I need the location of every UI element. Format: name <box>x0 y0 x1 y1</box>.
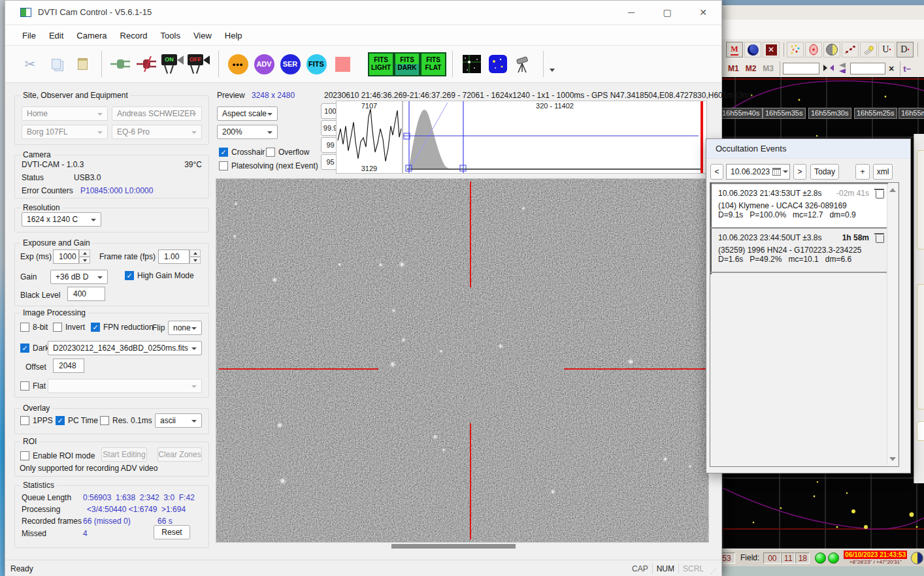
crosshair-checkbox[interactable]: Crosshair <box>219 148 265 157</box>
mount-select[interactable]: EQ-6 Pro <box>112 125 202 139</box>
clear-zones-button[interactable]: Clear Zones <box>157 447 202 462</box>
maximize-button[interactable]: ▢ <box>652 1 682 24</box>
disconnect-button[interactable] <box>134 50 160 78</box>
overflow-checkbox[interactable]: Overflow <box>266 148 309 157</box>
record-fits-button[interactable]: FITS <box>303 50 329 78</box>
close-button[interactable]: ✕ <box>688 1 718 24</box>
platesolving-checkbox[interactable]: Platesolving (next Event) <box>219 161 318 170</box>
exp-stepper[interactable] <box>79 249 90 264</box>
image-hscrollbar[interactable] <box>391 544 516 549</box>
scroll-up-icon[interactable] <box>889 188 896 192</box>
menu-tools[interactable]: Tools <box>154 28 187 43</box>
m2-tab[interactable]: M2 <box>746 64 757 73</box>
m1-tab[interactable]: M1 <box>728 64 739 73</box>
black-level-input[interactable]: 400 <box>67 287 105 301</box>
mirror-vertical-icon[interactable] <box>838 63 847 75</box>
crosshair-field-button[interactable] <box>459 50 485 78</box>
stop-button[interactable] <box>329 50 355 78</box>
search-input[interactable] <box>783 63 819 74</box>
resolution-select[interactable]: 1624 x 1240 C <box>22 212 101 227</box>
menu-help[interactable]: Help <box>218 28 249 43</box>
fits-light-button[interactable]: FITSLIGHT <box>368 50 394 78</box>
flip-horizontal-icon[interactable] <box>823 63 834 74</box>
delete-event-icon[interactable] <box>874 188 884 198</box>
clear-button[interactable]: × <box>889 63 894 74</box>
xml-button[interactable]: xml <box>873 164 893 180</box>
fps-input[interactable]: 1.00 <box>158 249 190 264</box>
offset-input[interactable]: 2048 <box>53 359 84 373</box>
dark-checkbox[interactable]: Dark <box>20 344 49 353</box>
camera-preview-image[interactable] <box>216 178 709 543</box>
exp-input[interactable]: 1000 <box>53 249 79 264</box>
cut-button[interactable]: ✂ <box>17 50 43 78</box>
goto-input[interactable] <box>850 63 885 74</box>
observer-select[interactable]: Andreas SCHWEIZER <box>112 106 202 121</box>
overlay-mode-select[interactable]: ascii <box>155 413 202 428</box>
d-catalog-button[interactable]: D• <box>897 42 914 57</box>
res01ms-checkbox[interactable]: Res. 0.1ms <box>100 416 152 425</box>
1pps-checkbox[interactable]: 1PPS <box>20 416 53 425</box>
today-button[interactable]: Today <box>810 164 839 180</box>
ucac-catalog-button[interactable]: U• <box>878 42 895 57</box>
8bit-checkbox[interactable]: 8-bit <box>20 323 48 332</box>
galaxy-button[interactable] <box>805 42 822 57</box>
histogram[interactable]: 320 - 11402 <box>403 101 707 174</box>
record-ser-button[interactable]: SER <box>277 50 303 78</box>
star-field-button[interactable] <box>485 50 511 78</box>
fps-stepper[interactable] <box>190 249 201 264</box>
fpn-checkbox[interactable]: FPN reduction <box>91 323 154 332</box>
camera-off-button[interactable]: OFF <box>186 50 212 78</box>
asteroid-track-button[interactable] <box>842 42 859 57</box>
toolbar-overflow-button[interactable] <box>550 69 555 72</box>
invert-checkbox[interactable]: Invert <box>53 323 85 332</box>
fits-dark-button[interactable]: FITSDARK <box>394 50 420 78</box>
start-editing-button[interactable]: Start Editing <box>101 447 147 462</box>
title-bar[interactable]: DVTI Cam Control - V5.6.1-15 ─ ▢ ✕ <box>5 1 721 24</box>
record-raw-button[interactable]: ••• <box>225 50 251 78</box>
menu-edit[interactable]: Edit <box>42 28 70 43</box>
camera-on-button[interactable]: ON <box>160 50 186 78</box>
menu-camera[interactable]: Camera <box>70 28 113 43</box>
location-select[interactable]: Home <box>22 106 108 121</box>
flat-checkbox[interactable]: Flat <box>20 381 46 391</box>
date-picker[interactable]: 10.06.2023 <box>726 164 790 180</box>
flip-select[interactable]: none <box>168 321 202 335</box>
add-event-button[interactable]: + <box>855 164 870 180</box>
m3-tab[interactable]: M3 <box>763 64 774 73</box>
minimize-button[interactable]: ─ <box>616 1 646 24</box>
event-item[interactable]: 10.06.2023 23:44:50UT ±3.8s 1h 58m (3525… <box>712 229 888 272</box>
scroll-down-icon[interactable] <box>889 457 896 461</box>
pc-time-checkbox[interactable]: PC Time <box>56 416 98 425</box>
high-gain-checkbox[interactable]: High Gain Mode <box>125 271 194 280</box>
prev-day-button[interactable]: < <box>710 164 723 180</box>
paste-button[interactable] <box>69 50 95 78</box>
s-button[interactable]: S <box>921 42 924 57</box>
events-scrollbar[interactable] <box>887 184 897 465</box>
event-item[interactable]: 10.06.2023 21:43:53UT ±2.8s -02m 41s (10… <box>712 184 888 227</box>
zoom-select[interactable]: 200% <box>217 125 278 139</box>
record-adv-button[interactable]: ADV <box>251 50 277 78</box>
star-cluster-button[interactable] <box>787 42 804 57</box>
menu-view[interactable]: View <box>187 28 218 43</box>
magnify-m-button[interactable]: M <box>726 42 743 57</box>
reset-button[interactable]: Reset <box>154 525 190 539</box>
connect-button[interactable] <box>108 50 134 78</box>
telescope-select[interactable]: Borg 107FL <box>22 125 108 139</box>
menu-file[interactable]: File <box>16 28 42 43</box>
resize-grip[interactable]: ⋰ <box>710 568 718 575</box>
next-day-button[interactable]: > <box>793 164 806 180</box>
chart-x-button[interactable]: ✕ <box>763 42 780 57</box>
aspect-scale-select[interactable]: Aspect scale <box>217 106 278 121</box>
occultation-title-bar[interactable]: Occultation Events <box>706 139 910 159</box>
comet-button[interactable] <box>860 42 877 57</box>
time-minus-button[interactable]: t− <box>903 64 911 74</box>
flat-file-select[interactable] <box>48 379 202 393</box>
globe-icon-button[interactable] <box>744 42 761 57</box>
telescope-button[interactable] <box>511 50 537 78</box>
roi-enable-checkbox[interactable]: Enable ROI mode <box>20 451 95 460</box>
delete-event-icon[interactable] <box>874 232 884 242</box>
dark-file-select[interactable]: D20230212_1624_36dBD_0250ms.fits <box>48 341 202 355</box>
moon-phase-button[interactable] <box>823 42 840 57</box>
gain-select[interactable]: +36 dB D <box>50 270 108 284</box>
menu-record[interactable]: Record <box>114 28 154 43</box>
